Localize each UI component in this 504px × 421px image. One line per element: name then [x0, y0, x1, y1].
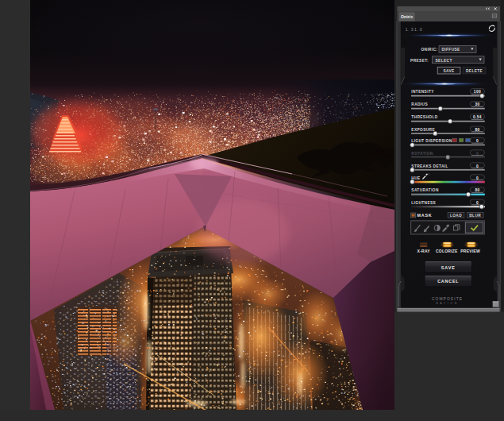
svg-text:DIFFUSE: DIFFUSE: [442, 48, 461, 52]
svg-text:0: 0: [476, 201, 479, 205]
svg-text:STREAKS DETAIL: STREAKS DETAIL: [411, 164, 448, 168]
svg-text:COLORIZE: COLORIZE: [436, 249, 458, 253]
svg-text:0.54: 0.54: [473, 115, 482, 119]
svg-text:THRESHOLD: THRESHOLD: [411, 115, 437, 119]
svg-text:LIGHT DISPERSION: LIGHT DISPERSION: [411, 139, 452, 143]
svg-text:NATION: NATION: [436, 302, 459, 305]
svg-text:EXPOSURE: EXPOSURE: [411, 128, 435, 132]
svg-text:MASK: MASK: [417, 213, 433, 218]
svg-text:BLUR: BLUR: [469, 214, 481, 218]
svg-text:COMPOSITE: COMPOSITE: [432, 297, 463, 301]
svg-text:0: 0: [476, 176, 479, 180]
svg-text:LOAD: LOAD: [450, 214, 462, 218]
svg-text:80: 80: [475, 128, 479, 132]
svg-text:PRESET:: PRESET:: [410, 59, 429, 63]
svg-text:0: 0: [476, 152, 479, 156]
svg-text:80: 80: [475, 188, 479, 192]
svg-text:0: 0: [476, 164, 479, 168]
svg-text:PREVIEW: PREVIEW: [460, 249, 480, 253]
svg-text:1.31.0: 1.31.0: [406, 27, 423, 32]
svg-text:RADIUS: RADIUS: [411, 102, 428, 106]
svg-text:CANCEL: CANCEL: [437, 279, 459, 284]
svg-text:100: 100: [474, 90, 481, 94]
svg-text:SELECT: SELECT: [436, 59, 452, 63]
svg-text:SAVE: SAVE: [443, 69, 455, 73]
svg-text:SAVE: SAVE: [441, 265, 456, 270]
svg-text:30: 30: [475, 102, 479, 106]
svg-text:0: 0: [476, 139, 479, 143]
svg-text:LIGHTNESS: LIGHTNESS: [411, 201, 436, 205]
svg-text:SATURATION: SATURATION: [411, 188, 439, 192]
svg-text:DELETE: DELETE: [466, 69, 483, 73]
svg-text:INTENSITY: INTENSITY: [411, 90, 434, 94]
svg-text:ONIRIC:: ONIRIC:: [421, 48, 437, 52]
svg-text:Oniric: Oniric: [401, 14, 413, 19]
svg-text:X-RAY: X-RAY: [417, 249, 431, 253]
svg-text:ROTATION: ROTATION: [411, 152, 433, 156]
